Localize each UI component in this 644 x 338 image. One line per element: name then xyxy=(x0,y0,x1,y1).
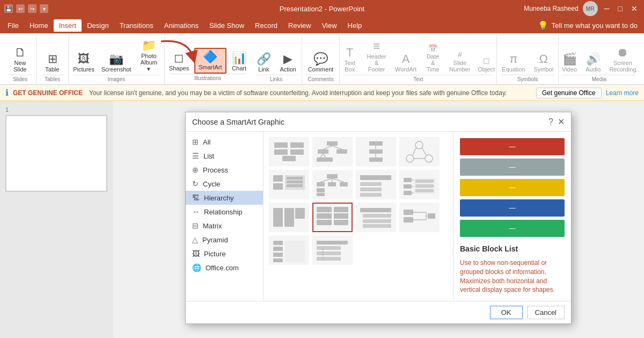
category-hierarchy[interactable]: 🏗 Hierarchy xyxy=(186,191,263,205)
menu-review[interactable]: Review xyxy=(283,19,317,32)
header-footer-button[interactable]: ≡ Header& Footer xyxy=(363,38,391,75)
wordart-button[interactable]: A WordArt xyxy=(392,51,419,75)
smartart-button[interactable]: 🔷 SmartArt xyxy=(194,48,226,74)
photo-album-icon: 📁 xyxy=(142,40,156,52)
grid-item-3-2[interactable] xyxy=(312,203,353,232)
menu-transitions[interactable]: Transitions xyxy=(114,19,159,32)
video-button[interactable]: 🎬 Video xyxy=(559,51,580,75)
svg-rect-80 xyxy=(317,246,341,250)
category-process-label: Process xyxy=(203,166,228,174)
ribbon-group-tables: ⊞ Table Tables xyxy=(36,35,69,84)
all-icon: ⊞ xyxy=(192,138,199,146)
category-list[interactable]: ☰ List xyxy=(186,149,263,163)
grid-item-3-3[interactable] xyxy=(356,203,396,232)
menu-design[interactable]: Design xyxy=(82,19,114,32)
action-label: Action xyxy=(280,66,296,73)
svg-rect-55 xyxy=(284,208,294,227)
svg-rect-59 xyxy=(317,220,332,225)
user-name: Muneeba Rasheed xyxy=(524,5,578,12)
slides-group-label: Slides xyxy=(13,76,27,82)
grid-item-2-3[interactable] xyxy=(356,170,396,199)
category-office[interactable]: 🌐 Office.com xyxy=(186,261,263,275)
ribbon: 🗋 NewSlide Slides ⊞ Table Tables 🖼 Pictu… xyxy=(0,33,644,85)
ok-button[interactable]: OK xyxy=(490,306,523,319)
close-icon[interactable]: ✕ xyxy=(629,4,640,13)
grid-item-3-4[interactable] xyxy=(399,203,440,232)
category-cycle[interactable]: ↻ Cycle xyxy=(186,177,263,191)
shapes-button[interactable]: ◻ Shapes xyxy=(166,50,192,74)
office-icon: 🌐 xyxy=(192,263,201,272)
svg-rect-82 xyxy=(317,257,341,261)
action-button[interactable]: ▶ Action xyxy=(276,51,299,75)
slide-number-button[interactable]: # SlideNumber xyxy=(447,49,473,75)
comment-button[interactable]: 💬 Comment xyxy=(305,51,337,75)
screen-recording-button[interactable]: ⏺ ScreenRecording xyxy=(606,45,639,75)
menu-view[interactable]: View xyxy=(317,19,342,32)
grid-item-1-3[interactable] xyxy=(356,137,396,167)
link-button[interactable]: 🔗 Link xyxy=(253,51,274,75)
minimize-icon[interactable]: ─ xyxy=(602,4,612,13)
grid-item-2-2[interactable] xyxy=(312,170,353,199)
pictures-button[interactable]: 🖼 Pictures xyxy=(71,51,97,75)
menu-file[interactable]: File xyxy=(2,19,24,32)
customize-icon[interactable]: ▾ xyxy=(40,4,48,13)
pyramid-icon: △ xyxy=(192,235,198,244)
audio-icon: 🔊 xyxy=(586,53,601,65)
cancel-button[interactable]: Cancel xyxy=(527,306,565,319)
undo-icon[interactable]: ↩ xyxy=(16,4,25,13)
learn-more-link[interactable]: Learn more xyxy=(606,89,639,97)
menu-slideshow[interactable]: Slide Show xyxy=(204,19,250,32)
grid-item-4-2[interactable] xyxy=(312,235,353,265)
category-picture[interactable]: 🖼 Picture xyxy=(186,247,263,261)
date-time-button[interactable]: 📅 Date &Time xyxy=(421,42,445,75)
object-button[interactable]: ☐ Object xyxy=(475,55,497,75)
images-group-label: Images xyxy=(107,76,125,82)
menu-home[interactable]: Home xyxy=(24,19,54,32)
slide-thumbnail[interactable] xyxy=(5,115,107,192)
svg-line-11 xyxy=(323,154,326,157)
menu-record[interactable]: Record xyxy=(250,19,283,32)
screenshot-button[interactable]: 📷 Screenshot xyxy=(99,51,134,75)
new-slide-button[interactable]: 🗋 NewSlide xyxy=(10,45,31,75)
photo-album-button[interactable]: 📁 PhotoAlbum ▾ xyxy=(136,38,163,75)
category-matrix[interactable]: ⊟ Matrix xyxy=(186,219,263,233)
dialog-close-button[interactable]: ✕ xyxy=(558,117,565,127)
grid-item-2-1[interactable] xyxy=(269,170,309,199)
illustrations-group-label: Illustrations xyxy=(194,75,222,81)
chart-button[interactable]: 📊 Chart xyxy=(229,50,250,74)
illustrations-buttons: ◻ Shapes 🔷 SmartArt 📊 Chart xyxy=(166,39,250,74)
table-button[interactable]: ⊞ Table xyxy=(42,51,63,75)
grid-item-1-2[interactable] xyxy=(312,137,353,167)
maximize-icon[interactable]: □ xyxy=(616,4,625,13)
symbol-button[interactable]: Ω Symbol xyxy=(531,51,557,75)
menu-animations[interactable]: Animations xyxy=(159,19,204,32)
menu-help[interactable]: Help xyxy=(342,19,368,32)
category-relationship[interactable]: ↔ Relationship xyxy=(186,205,263,219)
equation-icon: π xyxy=(509,53,517,65)
dialog-title: Choose a SmartArt Graphic xyxy=(192,118,284,126)
ribbon-group-text: T TextBox ≡ Header& Footer A WordArt 📅 D… xyxy=(340,35,497,84)
slide-number-label: 1 xyxy=(5,106,107,113)
category-pyramid[interactable]: △ Pyramid xyxy=(186,233,263,247)
equation-button[interactable]: π Equation xyxy=(499,51,528,75)
category-process[interactable]: ⊕ Process xyxy=(186,163,263,177)
grid-item-2-4[interactable] xyxy=(399,170,440,199)
save-icon[interactable]: 💾 xyxy=(4,4,13,13)
grid-item-3-1[interactable] xyxy=(269,203,309,232)
svg-rect-35 xyxy=(317,182,325,186)
grid-item-1-1[interactable] xyxy=(269,137,309,167)
tell-me-field[interactable]: 💡 Tell me what you want to do xyxy=(538,20,638,31)
category-list-label: List xyxy=(203,152,214,160)
redo-icon[interactable]: ↪ xyxy=(28,4,36,13)
svg-rect-13 xyxy=(325,157,333,162)
textbox-button[interactable]: T TextBox xyxy=(339,45,361,75)
audio-button[interactable]: 🔊 Audio xyxy=(582,51,604,75)
svg-rect-16 xyxy=(369,149,383,154)
category-all[interactable]: ⊞ All xyxy=(186,135,263,149)
get-genuine-office-button[interactable]: Get genuine Office xyxy=(536,88,602,98)
menu-insert[interactable]: Insert xyxy=(54,19,82,32)
grid-item-1-4[interactable] xyxy=(399,137,440,167)
tell-me-label: Tell me what you want to do xyxy=(552,21,638,30)
grid-item-4-1[interactable] xyxy=(269,235,309,265)
dialog-help-button[interactable]: ? xyxy=(548,117,553,127)
